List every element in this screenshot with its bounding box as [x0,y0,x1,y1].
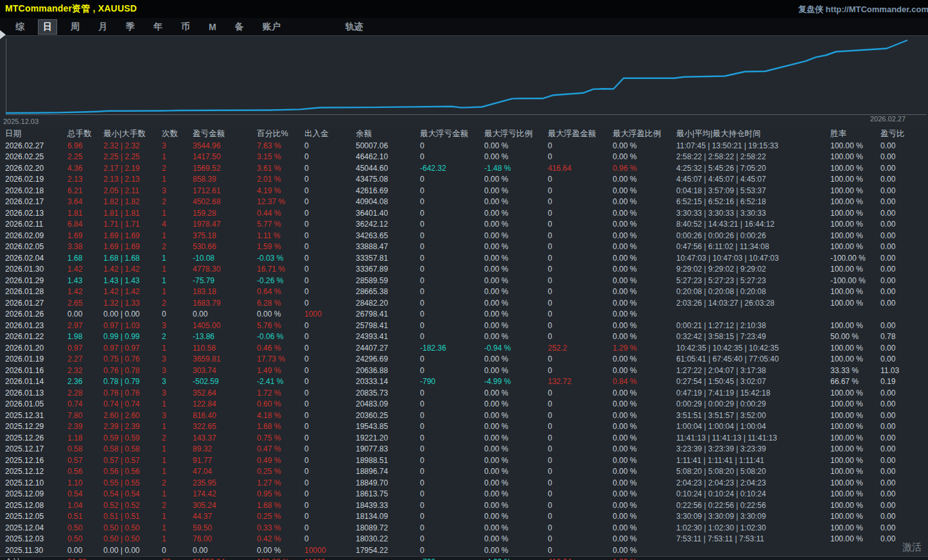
column-header-3[interactable]: 次数 [162,128,193,139]
table-row[interactable]: 2026.01.272.651.32 | 1.3321683.796.28 %0… [0,297,928,309]
table-row[interactable]: 2025.12.170.580.58 | 0.58189.320.47 %019… [0,444,928,455]
table-row[interactable]: 2026.01.291.431.43 | 1.431-75.79-0.26 %0… [0,275,928,286]
column-header-11[interactable]: 最大浮盈比例 [613,128,676,139]
table-row[interactable]: 2025.12.120.560.56 | 0.56147.040.25 %018… [0,466,928,478]
column-header-14[interactable]: 盈亏比 [880,128,927,139]
cell-11: 0.00 % [613,422,676,431]
table-row[interactable]: 2025.12.050.510.51 | 0.51144.370.25 %018… [0,511,928,523]
cell-9: 0.00 % [484,467,548,476]
table-row[interactable]: 2026.02.252.252.25 | 2.2511417.503.15 %0… [0,152,928,163]
brand-link-text[interactable]: 复盘侠 http://MTCommander.com [798,4,928,14]
cell-6: 0 [304,534,356,543]
table-row[interactable]: 2026.01.232.970.97 | 1.0331405.005.76 %0… [0,320,928,331]
table-row[interactable]: 2025.12.292.392.39 | 2.391322.651.68 %01… [0,421,928,433]
table-row[interactable]: 2026.02.204.362.17 | 2.1921569.523.61 %0… [0,162,928,174]
activate-watermark[interactable]: 激活 [902,541,922,554]
cell-1: 0.97 [67,344,103,353]
cell-14: 0.00 [880,389,927,398]
cell-4: 530.66 [193,242,257,251]
column-header-6[interactable]: 出入金 [304,128,356,139]
table-row[interactable]: 2025.12.090.540.54 | 0.541174.420.95 %01… [0,489,928,500]
cell-6: 0 [304,377,356,386]
menu-tab-月[interactable]: 月 [93,19,112,35]
cell-5: 7.63 % [257,141,304,150]
cell-3: 2 [162,299,193,308]
table-row[interactable]: 2026.01.260.000.00 | 0.0000.000.00 %1000… [0,309,928,320]
table-row[interactable]: 2026.02.116.841.71 | 1.7141978.475.77 %0… [0,219,928,231]
column-header-12[interactable]: 最小|平均|最大持仓时间 [676,128,830,139]
column-header-5[interactable]: 百分比% [257,128,304,139]
cell-12: 3:23:39 | 3:23:39 | 3:23:39 [676,444,830,453]
table-total-row[interactable]: 合计81.036231052.84103.22 %11000-790-4.99 … [0,556,928,560]
menu-tab-币[interactable]: 币 [176,19,195,35]
column-header-0[interactable]: 日期 [5,128,67,139]
cell-12: 0:27:54 | 1:50:45 | 3:02:07 [676,377,830,386]
table-row[interactable]: 2026.02.041.681.68 | 1.681-10.08-0.03 %0… [0,252,928,264]
table-row[interactable]: 2025.12.317.802.60 | 2.603816.404.18 %02… [0,410,928,421]
cell-3: 1 [162,489,193,498]
table-row[interactable]: 2025.12.081.040.52 | 0.522305.241.68 %01… [0,500,928,511]
menu-tab-账户[interactable]: 账户 [258,19,286,35]
brand-link[interactable]: 复盘侠 http://MTCommander.com [798,3,928,15]
table-row[interactable]: 2026.01.200.970.97 | 0.971110.580.46 %02… [0,342,928,354]
cell-1: 81.03 [67,557,103,560]
cell-9: 0.00 % [484,478,548,487]
table-row[interactable]: 2025.11.300.000.00 | 0.0000.000.00 %1000… [0,545,928,556]
table-row[interactable]: 2025.12.101.100.55 | 0.552235.951.27 %01… [0,477,928,489]
cell-1: 1.98 [67,332,103,341]
table-row[interactable]: 2025.12.030.500.50 | 0.50176.000.42 %018… [0,534,928,545]
menu-tab-周[interactable]: 周 [66,19,85,35]
cell-14: 0.00 [880,456,927,465]
menu-tab-综[interactable]: 综 [10,19,30,35]
menu-tab-日[interactable]: 日 [38,19,57,35]
table-row[interactable]: 2026.02.192.132.13 | 2.131858.392.01 %04… [0,174,928,186]
column-header-1[interactable]: 总手数 [67,128,103,139]
panel-collapse-arrow-icon[interactable] [0,30,6,39]
table-row[interactable]: 2026.02.131.811.81 | 1.811159.280.44 %03… [0,207,928,219]
cell-6: 0 [304,512,356,521]
table-row[interactable]: 2026.01.221.980.99 | 0.992-13.86-0.06 %0… [0,331,928,343]
table-row[interactable]: 2026.01.301.421.42 | 1.4214778.3016.71 %… [0,264,928,276]
cell-9: 0.00 % [484,546,548,555]
table-row[interactable]: 2026.01.142.360.78 | 0.793-502.59-2.41 %… [0,376,928,388]
column-header-9[interactable]: 最大浮亏比例 [484,128,548,139]
cell-7: 18896.74 [356,467,420,476]
menu-tab-轨迹[interactable]: 轨迹 [340,19,369,35]
column-header-2[interactable]: 最小|大手数 [103,128,162,139]
column-header-4[interactable]: 盈亏金额 [193,128,257,139]
table-row[interactable]: 2026.01.162.320.76 | 0.783303.741.49 %02… [0,365,928,376]
cell-7: 50007.06 [356,141,420,150]
cell-4: 122.84 [193,399,257,408]
column-header-8[interactable]: 最大浮亏金额 [420,128,484,139]
table-row[interactable]: 2025.12.261.180.59 | 0.592143.370.75 %01… [0,432,928,444]
menu-tab-年[interactable]: 年 [148,19,168,35]
cell-2: 0.55 | 0.55 [103,478,162,487]
menu-tab-M[interactable]: M [204,20,222,34]
column-header-7[interactable]: 余额 [356,128,420,139]
table-row[interactable]: 2026.02.186.212.05 | 2.1131712.614.19 %0… [0,185,928,197]
cell-7: 19221.20 [356,433,420,442]
table-row[interactable]: 2026.01.132.280.76 | 0.763352.641.72 %02… [0,387,928,399]
cell-7: 26798.41 [356,310,420,319]
cell-12: 1:27:22 | 2:04:07 | 3:17:38 [676,366,830,375]
table-row[interactable]: 2026.02.053.381.69 | 1.692530.661.59 %03… [0,241,928,253]
cell-6: 0 [304,478,356,487]
table-row[interactable]: 2026.02.091.691.69 | 1.691375.181.11 %03… [0,230,928,241]
column-header-10[interactable]: 最大浮盈金额 [548,128,613,139]
column-header-13[interactable]: 胜率 [830,128,880,139]
table-row[interactable]: 2025.12.040.500.50 | 0.50159.500.33 %018… [0,522,928,534]
menu-tab-备[interactable]: 备 [230,19,249,35]
table-row[interactable]: 2026.01.192.270.75 | 0.7633659.8117.73 %… [0,354,928,365]
table-row[interactable]: 2026.01.281.421.42 | 1.421183.180.64 %02… [0,286,928,298]
table-row[interactable]: 2026.02.173.641.82 | 1.8224502.6812.37 %… [0,197,928,208]
menu-tab-季[interactable]: 季 [121,19,140,35]
cell-13: 100.00 % [830,197,880,206]
table-row[interactable]: 2026.01.050.740.74 | 0.741122.840.60 %02… [0,399,928,410]
cell-12: 9:29:02 | 9:29:02 | 9:29:02 [676,265,830,274]
table-row[interactable]: 2026.02.276.962.32 | 2.3233544.967.63 %0… [0,140,928,152]
cell-3: 1 [162,534,193,543]
cell-5: 103.22 % [257,557,304,560]
cell-10: 0 [548,523,613,532]
cell-9: 0.00 % [484,310,548,319]
table-row[interactable]: 2025.12.160.570.57 | 0.57191.770.49 %018… [0,455,928,466]
